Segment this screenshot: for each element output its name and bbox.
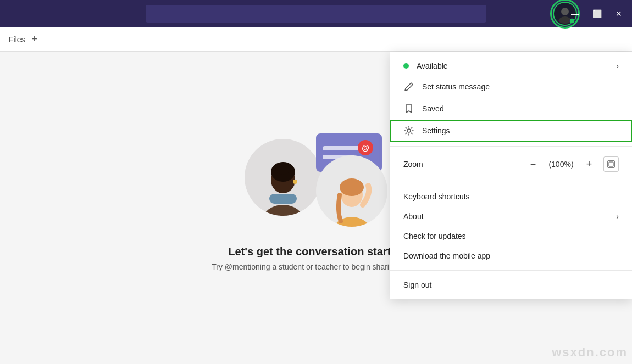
- watermark: wsxdn.com: [552, 345, 628, 360]
- menu-item-set-status[interactable]: Set status message: [390, 76, 632, 98]
- circle-person-2: [316, 155, 387, 227]
- menu-section-1: Available › Set status message: [390, 52, 632, 147]
- saved-label: Saved: [422, 104, 619, 113]
- svg-rect-14: [609, 162, 613, 166]
- available-status-dot: [403, 63, 409, 69]
- dropdown-menu: Available › Set status message: [390, 52, 632, 299]
- maximize-button[interactable]: ⬜: [590, 7, 603, 20]
- keyboard-shortcuts-label: Keyboard shortcuts: [403, 192, 619, 201]
- circle-person-1: [245, 139, 321, 216]
- zoom-controls: − (100%) +: [525, 156, 619, 172]
- available-chevron-icon: ›: [616, 61, 619, 70]
- about-label: About: [403, 212, 608, 221]
- menu-section-3: Keyboard shortcuts About › Check for upd…: [390, 182, 632, 271]
- download-mobile-label: Download the mobile app: [403, 251, 619, 260]
- bookmark-icon: [403, 103, 414, 114]
- content-subtitle: Try @mentioning a student or teacher to …: [212, 262, 420, 271]
- minimize-button[interactable]: —: [568, 7, 581, 20]
- menu-section-4: Sign out: [390, 271, 632, 299]
- menu-item-available[interactable]: Available ›: [390, 56, 632, 76]
- pencil-icon: [403, 81, 414, 92]
- zoom-value: (100%): [547, 160, 575, 169]
- svg-point-6: [275, 164, 291, 175]
- zoom-row: Zoom − (100%) +: [390, 151, 632, 177]
- search-bar[interactable]: [146, 5, 486, 23]
- menu-section-zoom: Zoom − (100%) +: [390, 147, 632, 182]
- svg-point-7: [293, 180, 297, 184]
- title-bar: — ⬜ ✕: [0, 0, 632, 27]
- menu-item-saved[interactable]: Saved: [390, 98, 632, 120]
- svg-point-11: [340, 178, 364, 196]
- check-updates-label: Check for updates: [403, 232, 619, 240]
- sub-bar: Files +: [0, 27, 632, 52]
- menu-item-settings[interactable]: Settings: [390, 120, 632, 142]
- menu-item-download-mobile[interactable]: Download the mobile app: [390, 246, 632, 266]
- zoom-out-button[interactable]: −: [525, 156, 541, 172]
- menu-item-about[interactable]: About ›: [390, 206, 632, 226]
- menu-item-check-updates[interactable]: Check for updates: [390, 226, 632, 246]
- zoom-label: Zoom: [403, 160, 525, 169]
- available-label: Available: [417, 61, 608, 70]
- menu-item-keyboard-shortcuts[interactable]: Keyboard shortcuts: [390, 187, 632, 206]
- add-button[interactable]: +: [32, 33, 38, 45]
- zoom-fit-button[interactable]: [603, 156, 619, 172]
- window-controls: — ⬜ ✕: [568, 7, 625, 20]
- menu-item-sign-out[interactable]: Sign out: [390, 275, 632, 295]
- settings-label: Settings: [422, 126, 619, 135]
- zoom-in-button[interactable]: +: [581, 156, 597, 172]
- svg-point-3: [262, 205, 304, 216]
- at-badge: @: [358, 140, 373, 155]
- about-chevron-icon: ›: [616, 212, 619, 221]
- svg-rect-8: [269, 194, 297, 204]
- svg-point-12: [407, 129, 411, 132]
- set-status-label: Set status message: [422, 82, 619, 91]
- close-button[interactable]: ✕: [612, 7, 625, 20]
- sign-out-label: Sign out: [403, 281, 619, 289]
- files-label: Files: [9, 35, 25, 44]
- main-content: @ Let's get the conversation started Try: [0, 52, 632, 364]
- illustration: @: [239, 122, 393, 232]
- content-title: Let's get the conversation started: [228, 245, 403, 258]
- svg-point-1: [561, 8, 569, 15]
- gear-icon: [403, 125, 414, 136]
